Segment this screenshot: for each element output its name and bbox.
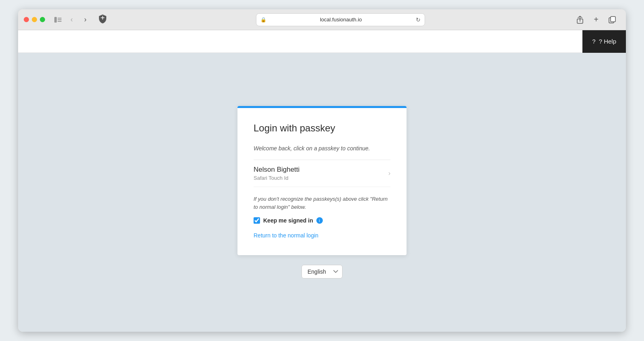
keep-signed-in-label: Keep me signed in <box>263 217 313 224</box>
passkey-method: Safari Touch Id <box>254 175 388 181</box>
keep-signed-in-checkbox[interactable] <box>254 217 260 224</box>
passkey-user-name: Nelson Bighetti <box>254 166 388 174</box>
back-button[interactable]: ‹ <box>66 14 77 25</box>
login-card: Login with passkey Welcome back, click o… <box>237 106 407 255</box>
svg-rect-0 <box>54 17 57 23</box>
help-icon: ? <box>592 38 595 45</box>
svg-rect-3 <box>58 21 62 22</box>
traffic-lights <box>24 17 45 22</box>
card-notice: If you don't recognize the passkeys(s) a… <box>254 195 390 211</box>
language-selector[interactable]: English Español Français Deutsch <box>301 265 343 279</box>
app-header: ? ? Help <box>18 30 626 53</box>
keep-signed-in-row: Keep me signed in i <box>254 217 390 224</box>
minimize-button[interactable] <box>32 17 37 22</box>
card-body: Login with passkey Welcome back, click o… <box>237 108 407 255</box>
browser-controls: ‹ › <box>52 14 91 25</box>
url-text: local.fusionauth.io <box>269 17 413 23</box>
card-title: Login with passkey <box>254 123 390 134</box>
info-icon[interactable]: i <box>316 217 323 224</box>
app-content: Login with passkey Welcome back, click o… <box>18 53 626 332</box>
card-subtitle: Welcome back, click on a passkey to cont… <box>254 145 390 152</box>
help-button[interactable]: ? ? Help <box>582 30 626 53</box>
address-bar[interactable]: 🔒 local.fusionauth.io ↻ <box>256 13 425 26</box>
browser-window: ‹ › 🔒 local.fusionauth.io ↻ <box>18 9 626 332</box>
svg-rect-2 <box>58 19 62 20</box>
browser-actions: + <box>574 13 619 26</box>
passkey-info: Nelson Bighetti Safari Touch Id <box>254 166 388 181</box>
share-button[interactable] <box>574 13 586 26</box>
shield-icon <box>98 14 107 25</box>
forward-button[interactable]: › <box>80 14 91 25</box>
new-tab-button[interactable]: + <box>590 13 603 26</box>
address-bar-container: 🔒 local.fusionauth.io ↻ <box>111 13 570 26</box>
maximize-button[interactable] <box>40 17 45 22</box>
tabs-button[interactable] <box>606 13 619 26</box>
browser-titlebar: ‹ › 🔒 local.fusionauth.io ↻ <box>18 9 626 30</box>
svg-rect-1 <box>58 18 62 19</box>
return-to-login-link[interactable]: Return to the normal login <box>254 232 318 239</box>
passkey-list-item[interactable]: Nelson Bighetti Safari Touch Id › <box>254 160 390 187</box>
svg-rect-6 <box>611 17 615 22</box>
sidebar-toggle-button[interactable] <box>52 14 64 25</box>
close-button[interactable] <box>24 17 29 22</box>
lock-icon: 🔒 <box>260 17 266 23</box>
reload-button[interactable]: ↻ <box>416 17 421 23</box>
passkey-chevron-icon: › <box>388 170 390 177</box>
help-label: ? Help <box>599 38 616 45</box>
